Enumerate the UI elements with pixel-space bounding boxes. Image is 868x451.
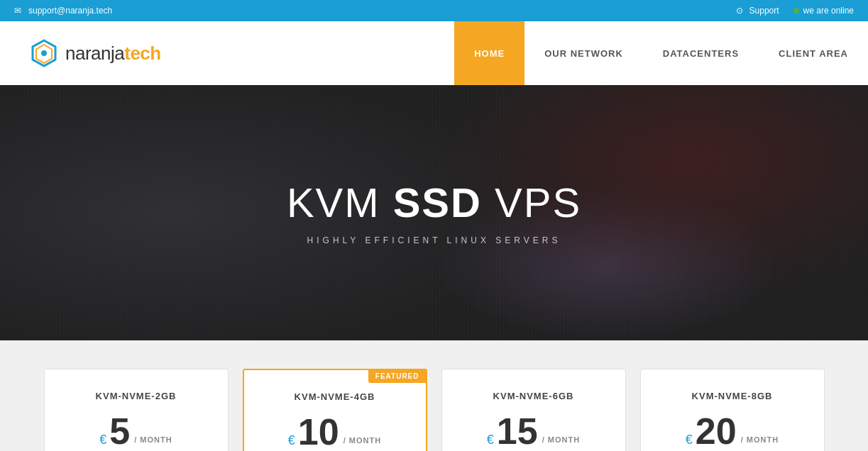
pricing-card-kvm-nvme-4gb: FEATURED KVM-NVME-4GB € 10 / MONTH — [243, 369, 427, 451]
price-amount-0: 5 — [109, 413, 130, 450]
price-period-0: / MONTH — [134, 435, 172, 444]
price-amount-2: 15 — [497, 413, 538, 450]
price-amount-1: 10 — [298, 413, 339, 450]
logo-icon — [28, 38, 60, 69]
svg-point-2 — [41, 50, 47, 56]
hero-title-bold: SSD — [393, 179, 482, 226]
price-currency-0: € — [99, 433, 106, 447]
price-period-2: / MONTH — [542, 435, 580, 444]
nav-item-client-area[interactable]: CLIENT AREA — [759, 21, 868, 85]
pricing-card-kvm-nvme-8gb: KVM-NVME-8GB € 20 / MONTH — [640, 369, 825, 451]
featured-badge: FEATURED — [368, 369, 427, 383]
email-icon — [14, 6, 24, 16]
price-currency-3: € — [686, 433, 693, 447]
hero-subtitle: HIGHLY EFFICIENT LINUX SERVERS — [287, 235, 581, 245]
top-bar-right: Support we are online — [736, 6, 854, 16]
main-nav: HOME OUR NETWORK DATACENTERS CLIENT AREA — [454, 21, 868, 85]
pricing-card-kvm-nvme-6gb: KVM-NVME-6GB € 15 / MONTH — [441, 369, 626, 451]
email-link[interactable]: support@naranja.tech — [28, 6, 112, 16]
nav-item-home[interactable]: HOME — [454, 21, 524, 85]
online-label: we are online — [803, 6, 854, 16]
support-icon — [736, 6, 746, 16]
header: naranjatech HOME OUR NETWORK DATACENTERS… — [0, 21, 868, 85]
logo[interactable]: naranjatech — [28, 38, 161, 69]
plan-name-kvm-nvme-6gb: KVM-NVME-6GB — [459, 391, 608, 401]
pricing-section: KVM-NVME-2GB € 5 / MONTH FEATURED KVM-NV… — [0, 340, 868, 451]
support-link[interactable]: Support — [736, 6, 779, 16]
price-amount-3: 20 — [696, 413, 737, 450]
price-period-1: / MONTH — [344, 436, 381, 445]
online-dot — [793, 8, 799, 13]
support-label: Support — [749, 6, 779, 16]
logo-text: naranjatech — [65, 43, 161, 65]
price-currency-2: € — [487, 433, 494, 447]
plan-name-kvm-nvme-4gb: KVM-NVME-4GB — [261, 391, 409, 402]
plan-name-kvm-nvme-8gb: KVM-NVME-8GB — [658, 391, 807, 401]
hero-title-plain: KVM — [287, 179, 393, 226]
plan-price-kvm-nvme-4gb: € 10 / MONTH — [261, 413, 409, 450]
nav-item-our-network[interactable]: OUR NETWORK — [524, 21, 643, 85]
plan-price-kvm-nvme-6gb: € 15 / MONTH — [459, 413, 608, 450]
logo-highlight: tech — [124, 43, 160, 64]
plan-name-kvm-nvme-2gb: KVM-NVME-2GB — [62, 391, 211, 401]
price-currency-1: € — [288, 433, 295, 448]
hero-title-suffix: VPS — [482, 179, 581, 226]
hero-title: KVM SSD VPS — [287, 180, 581, 226]
online-indicator: we are online — [793, 6, 854, 16]
top-bar-left: support@naranja.tech — [14, 6, 112, 16]
pricing-card-kvm-nvme-2gb: KVM-NVME-2GB € 5 / MONTH — [44, 369, 229, 451]
hero-section: KVM SSD VPS HIGHLY EFFICIENT LINUX SERVE… — [0, 85, 868, 340]
price-period-3: / MONTH — [741, 435, 779, 444]
plan-price-kvm-nvme-2gb: € 5 / MONTH — [62, 413, 211, 450]
top-bar: support@naranja.tech Support we are onli… — [0, 0, 868, 21]
hero-content: KVM SSD VPS HIGHLY EFFICIENT LINUX SERVE… — [287, 180, 581, 245]
nav-item-datacenters[interactable]: DATACENTERS — [643, 21, 759, 85]
plan-price-kvm-nvme-8gb: € 20 / MONTH — [658, 413, 807, 450]
